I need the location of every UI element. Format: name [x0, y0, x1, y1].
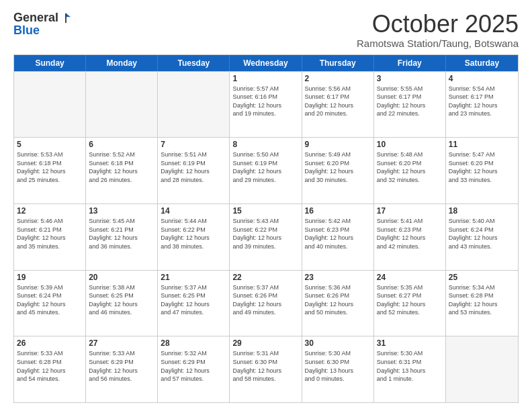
- cell-info: Sunrise: 5:32 AM Sunset: 6:29 PM Dayligh…: [161, 349, 226, 383]
- calendar-cell-4-5: 31Sunrise: 5:30 AM Sunset: 6:31 PM Dayli…: [374, 336, 446, 402]
- day-number: 24: [377, 273, 443, 282]
- calendar-cell-4-4: 30Sunrise: 5:30 AM Sunset: 6:30 PM Dayli…: [302, 336, 374, 402]
- cell-info: Sunrise: 5:52 AM Sunset: 6:18 PM Dayligh…: [89, 150, 154, 184]
- cell-info: Sunrise: 5:30 AM Sunset: 6:31 PM Dayligh…: [377, 349, 443, 383]
- cell-info: Sunrise: 5:43 AM Sunset: 6:22 PM Dayligh…: [232, 217, 298, 250]
- header-friday: Friday: [374, 55, 446, 71]
- cell-info: Sunrise: 5:44 AM Sunset: 6:22 PM Dayligh…: [161, 217, 226, 250]
- calendar-cell-0-4: 2Sunrise: 5:56 AM Sunset: 6:17 PM Daylig…: [302, 72, 374, 138]
- header-wednesday: Wednesday: [230, 55, 302, 71]
- day-number: 15: [232, 206, 298, 216]
- day-number: 17: [377, 206, 443, 216]
- cell-info: Sunrise: 5:49 AM Sunset: 6:20 PM Dayligh…: [305, 150, 371, 184]
- calendar-cell-2-0: 12Sunrise: 5:46 AM Sunset: 6:21 PM Dayli…: [14, 204, 86, 270]
- day-number: 13: [89, 206, 154, 216]
- day-number: 5: [17, 140, 83, 149]
- cell-info: Sunrise: 5:51 AM Sunset: 6:19 PM Dayligh…: [161, 150, 226, 184]
- calendar-cell-3-4: 23Sunrise: 5:36 AM Sunset: 6:26 PM Dayli…: [302, 271, 374, 336]
- calendar-cell-4-2: 28Sunrise: 5:32 AM Sunset: 6:29 PM Dayli…: [158, 336, 230, 402]
- location-title: Ramotswa Station/Taung, Botswana: [357, 38, 519, 49]
- calendar-cell-1-5: 10Sunrise: 5:48 AM Sunset: 6:20 PM Dayli…: [374, 138, 446, 203]
- calendar-cell-0-2: [158, 72, 230, 138]
- cell-info: Sunrise: 5:53 AM Sunset: 6:18 PM Dayligh…: [17, 150, 83, 184]
- cell-info: Sunrise: 5:55 AM Sunset: 6:17 PM Dayligh…: [377, 85, 443, 118]
- day-number: 21: [161, 273, 226, 282]
- calendar-cell-3-2: 21Sunrise: 5:37 AM Sunset: 6:25 PM Dayli…: [158, 271, 230, 336]
- calendar-cell-0-6: 4Sunrise: 5:54 AM Sunset: 6:17 PM Daylig…: [446, 72, 518, 138]
- cell-info: Sunrise: 5:42 AM Sunset: 6:23 PM Dayligh…: [305, 217, 371, 250]
- calendar-body: 1Sunrise: 5:57 AM Sunset: 6:16 PM Daylig…: [14, 71, 518, 402]
- day-number: 28: [161, 338, 226, 348]
- cell-info: Sunrise: 5:50 AM Sunset: 6:19 PM Dayligh…: [232, 150, 298, 184]
- logo-flag-icon: [60, 12, 72, 24]
- logo: General Blue: [13, 11, 72, 38]
- header-monday: Monday: [86, 55, 158, 71]
- calendar-cell-0-1: [86, 72, 158, 138]
- calendar-cell-2-5: 17Sunrise: 5:41 AM Sunset: 6:23 PM Dayli…: [374, 204, 446, 270]
- day-number: 29: [232, 338, 298, 348]
- day-number: 16: [305, 206, 371, 216]
- calendar-cell-3-0: 19Sunrise: 5:39 AM Sunset: 6:24 PM Dayli…: [14, 271, 86, 336]
- calendar-cell-1-0: 5Sunrise: 5:53 AM Sunset: 6:18 PM Daylig…: [14, 138, 86, 203]
- day-number: 22: [232, 273, 298, 282]
- cell-info: Sunrise: 5:41 AM Sunset: 6:23 PM Dayligh…: [377, 217, 443, 250]
- calendar-cell-0-3: 1Sunrise: 5:57 AM Sunset: 6:16 PM Daylig…: [230, 72, 302, 138]
- calendar-cell-0-5: 3Sunrise: 5:55 AM Sunset: 6:17 PM Daylig…: [374, 72, 446, 138]
- cell-info: Sunrise: 5:39 AM Sunset: 6:24 PM Dayligh…: [17, 283, 83, 317]
- calendar-cell-1-1: 6Sunrise: 5:52 AM Sunset: 6:18 PM Daylig…: [86, 138, 158, 203]
- day-number: 2: [305, 74, 371, 83]
- calendar-cell-2-4: 16Sunrise: 5:42 AM Sunset: 6:23 PM Dayli…: [302, 204, 374, 270]
- header-saturday: Saturday: [446, 55, 518, 71]
- cell-info: Sunrise: 5:45 AM Sunset: 6:21 PM Dayligh…: [89, 217, 154, 250]
- calendar-cell-3-1: 20Sunrise: 5:38 AM Sunset: 6:25 PM Dayli…: [86, 271, 158, 336]
- cell-info: Sunrise: 5:34 AM Sunset: 6:28 PM Dayligh…: [449, 283, 515, 317]
- day-number: 11: [449, 140, 515, 149]
- cell-info: Sunrise: 5:57 AM Sunset: 6:16 PM Dayligh…: [232, 85, 298, 118]
- calendar-row-4: 26Sunrise: 5:33 AM Sunset: 6:28 PM Dayli…: [14, 336, 518, 402]
- calendar: Sunday Monday Tuesday Wednesday Thursday…: [13, 54, 519, 403]
- calendar-row-2: 12Sunrise: 5:46 AM Sunset: 6:21 PM Dayli…: [14, 203, 518, 270]
- day-number: 25: [449, 273, 515, 282]
- cell-info: Sunrise: 5:35 AM Sunset: 6:27 PM Dayligh…: [377, 283, 443, 317]
- calendar-cell-4-6: [446, 336, 518, 402]
- calendar-row-3: 19Sunrise: 5:39 AM Sunset: 6:24 PM Dayli…: [14, 270, 518, 336]
- cell-info: Sunrise: 5:31 AM Sunset: 6:30 PM Dayligh…: [232, 349, 298, 383]
- calendar-cell-2-2: 14Sunrise: 5:44 AM Sunset: 6:22 PM Dayli…: [158, 204, 230, 270]
- page-header: General Blue October 2025 Ramotswa Stati…: [13, 11, 519, 49]
- day-number: 26: [17, 338, 83, 348]
- day-number: 23: [305, 273, 371, 282]
- cell-info: Sunrise: 5:37 AM Sunset: 6:26 PM Dayligh…: [232, 283, 298, 317]
- header-sunday: Sunday: [14, 55, 86, 71]
- day-number: 7: [161, 140, 226, 149]
- calendar-cell-1-3: 8Sunrise: 5:50 AM Sunset: 6:19 PM Daylig…: [230, 138, 302, 203]
- calendar-header: Sunday Monday Tuesday Wednesday Thursday…: [14, 55, 518, 71]
- calendar-row-1: 5Sunrise: 5:53 AM Sunset: 6:18 PM Daylig…: [14, 137, 518, 203]
- calendar-cell-3-5: 24Sunrise: 5:35 AM Sunset: 6:27 PM Dayli…: [374, 271, 446, 336]
- calendar-cell-0-0: [14, 72, 86, 138]
- day-number: 12: [17, 206, 83, 216]
- calendar-cell-2-1: 13Sunrise: 5:45 AM Sunset: 6:21 PM Dayli…: [86, 204, 158, 270]
- day-number: 8: [232, 140, 298, 149]
- cell-info: Sunrise: 5:56 AM Sunset: 6:17 PM Dayligh…: [305, 85, 371, 118]
- calendar-cell-3-6: 25Sunrise: 5:34 AM Sunset: 6:28 PM Dayli…: [446, 271, 518, 336]
- calendar-cell-2-3: 15Sunrise: 5:43 AM Sunset: 6:22 PM Dayli…: [230, 204, 302, 270]
- cell-info: Sunrise: 5:46 AM Sunset: 6:21 PM Dayligh…: [17, 217, 83, 250]
- day-number: 14: [161, 206, 226, 216]
- cell-info: Sunrise: 5:47 AM Sunset: 6:20 PM Dayligh…: [449, 150, 515, 184]
- cell-info: Sunrise: 5:33 AM Sunset: 6:29 PM Dayligh…: [89, 349, 154, 383]
- day-number: 6: [89, 140, 154, 149]
- day-number: 27: [89, 338, 154, 348]
- logo-blue: Blue: [13, 24, 40, 37]
- header-tuesday: Tuesday: [158, 55, 230, 71]
- cell-info: Sunrise: 5:40 AM Sunset: 6:24 PM Dayligh…: [449, 217, 515, 250]
- calendar-row-0: 1Sunrise: 5:57 AM Sunset: 6:16 PM Daylig…: [14, 71, 518, 138]
- day-number: 1: [232, 74, 298, 83]
- cell-info: Sunrise: 5:33 AM Sunset: 6:28 PM Dayligh…: [17, 349, 83, 383]
- day-number: 3: [377, 74, 443, 83]
- calendar-cell-4-3: 29Sunrise: 5:31 AM Sunset: 6:30 PM Dayli…: [230, 336, 302, 402]
- calendar-cell-4-1: 27Sunrise: 5:33 AM Sunset: 6:29 PM Dayli…: [86, 336, 158, 402]
- day-number: 19: [17, 273, 83, 282]
- logo-general: General: [13, 11, 58, 25]
- day-number: 31: [377, 338, 443, 348]
- month-title: October 2025: [357, 11, 519, 38]
